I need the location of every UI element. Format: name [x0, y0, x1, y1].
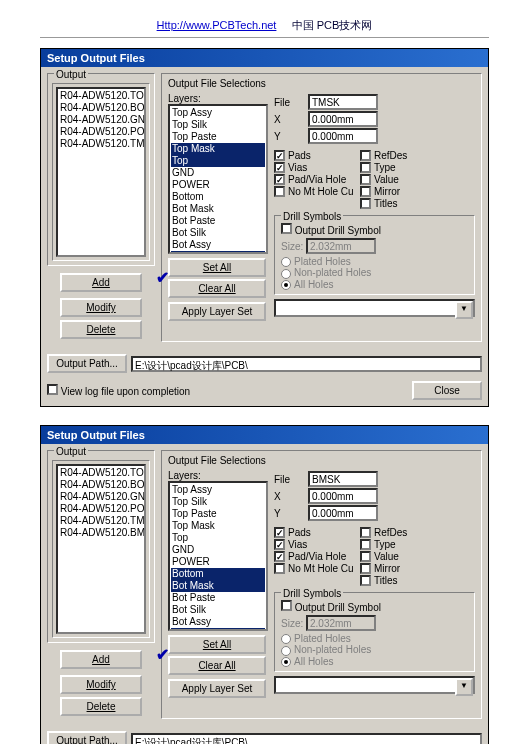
type-checkbox[interactable] — [360, 539, 371, 550]
layer-list-item[interactable]: Bot Assy — [171, 239, 265, 251]
layer-list-item[interactable]: Top Assy — [171, 107, 265, 119]
layer-set-combo[interactable] — [274, 676, 475, 694]
pads-checkbox[interactable] — [274, 527, 285, 538]
pads-label: Pads — [288, 150, 360, 161]
padvia-label: Pad/Via Hole — [288, 174, 360, 185]
output-list-item[interactable]: R04-ADW5120.POWER — [59, 126, 143, 138]
close-button[interactable]: Close — [412, 381, 482, 400]
layer-list-item[interactable]: Bot Silk — [171, 604, 265, 616]
nomnt-checkbox[interactable] — [274, 563, 285, 574]
output-path-button[interactable]: Output Path... — [47, 731, 127, 744]
clear-all-button[interactable]: Clear All — [168, 656, 266, 675]
clear-all-button[interactable]: Clear All — [168, 279, 266, 298]
output-listbox[interactable]: R04-ADW5120.TOPR04-ADW5120.BOTR04-ADW512… — [56, 87, 146, 257]
value-checkbox[interactable] — [360, 174, 371, 185]
output-list-item[interactable]: R04-ADW5120.TOP — [59, 467, 143, 479]
output-drill-symbol-checkbox[interactable] — [281, 223, 292, 234]
layers-listbox[interactable]: Top AssyTop SilkTop PasteTop MaskTopGNDP… — [168, 104, 268, 254]
layer-list-item[interactable]: Bot Mask — [171, 580, 265, 592]
set-all-button[interactable]: Set All — [168, 258, 266, 277]
vias-checkbox[interactable] — [274, 162, 285, 173]
modify-button[interactable]: Modify — [60, 675, 142, 694]
output-path-button[interactable]: Output Path... — [47, 354, 127, 373]
layer-list-item[interactable]: Board — [171, 628, 265, 631]
nomnt-checkbox[interactable] — [274, 186, 285, 197]
layer-list-item[interactable]: Top Silk — [171, 496, 265, 508]
output-path-input[interactable]: E:\设计\pcad设计库\PCB\ — [131, 733, 482, 745]
dialog-titlebar: Setup Output Files — [41, 426, 488, 444]
plated-holes-radio — [281, 634, 291, 644]
delete-button[interactable]: Delete — [60, 697, 142, 716]
value-checkbox[interactable] — [360, 551, 371, 562]
vias-checkbox[interactable] — [274, 539, 285, 550]
output-list-item[interactable]: R04-ADW5120.TMSK — [59, 515, 143, 527]
layer-list-item[interactable]: Top Assy — [171, 484, 265, 496]
output-listbox[interactable]: R04-ADW5120.TOPR04-ADW5120.BOTR04-ADW512… — [56, 464, 146, 634]
layer-list-item[interactable]: GND — [171, 544, 265, 556]
mirror-checkbox[interactable] — [360, 186, 371, 197]
layer-list-item[interactable]: Bot Silk — [171, 227, 265, 239]
layer-list-item[interactable]: Top Mask — [171, 520, 265, 532]
dialog-titlebar: Setup Output Files — [41, 49, 488, 67]
header-link[interactable]: Http://www.PCBTech.net — [157, 19, 277, 31]
layer-list-item[interactable]: Bottom — [171, 568, 265, 580]
pads-checkbox[interactable] — [274, 150, 285, 161]
layer-list-item[interactable]: Top — [171, 532, 265, 544]
apply-layer-set-button[interactable]: Apply Layer Set — [168, 679, 266, 698]
output-list-item[interactable]: R04-ADW5120.BMSK — [59, 527, 143, 539]
set-all-button[interactable]: Set All — [168, 635, 266, 654]
layer-list-item[interactable]: Bot Paste — [171, 215, 265, 227]
drill-symbols-title: Drill Symbols — [281, 588, 343, 599]
layer-list-item[interactable]: Bot Mask — [171, 203, 265, 215]
layer-list-item[interactable]: Top Paste — [171, 131, 265, 143]
output-list-item[interactable]: R04-ADW5120.TOP — [59, 90, 143, 102]
mirror-label: Mirror — [374, 563, 422, 574]
layers-listbox[interactable]: Top AssyTop SilkTop PasteTop MaskTopGNDP… — [168, 481, 268, 631]
layer-list-item[interactable]: Board — [171, 251, 265, 254]
layer-list-item[interactable]: Top Mask — [171, 143, 265, 155]
file-input[interactable]: BMSK — [308, 471, 378, 487]
value-label: Value — [374, 174, 422, 185]
layer-list-item[interactable]: Top — [171, 155, 265, 167]
refdes-checkbox[interactable] — [360, 527, 371, 538]
refdes-checkbox[interactable] — [360, 150, 371, 161]
layer-list-item[interactable]: Bot Assy — [171, 616, 265, 628]
x-offset-input[interactable]: 0.000mm — [308, 488, 378, 504]
y-offset-input[interactable]: 0.000mm — [308, 505, 378, 521]
type-checkbox[interactable] — [360, 162, 371, 173]
delete-button[interactable]: Delete — [60, 320, 142, 339]
layer-list-item[interactable]: Top Paste — [171, 508, 265, 520]
layer-list-item[interactable]: Bottom — [171, 191, 265, 203]
header-site-title: 中国 PCB技术网 — [292, 19, 373, 31]
apply-layer-set-button[interactable]: Apply Layer Set — [168, 302, 266, 321]
padvia-checkbox[interactable] — [274, 174, 285, 185]
layer-list-item[interactable]: POWER — [171, 556, 265, 568]
add-button[interactable]: Add — [60, 650, 142, 669]
output-list-item[interactable]: R04-ADW5120.POWER — [59, 503, 143, 515]
titles-checkbox[interactable] — [360, 575, 371, 586]
view-log-checkbox[interactable] — [47, 384, 58, 395]
vias-label: Vias — [288, 162, 360, 173]
output-path-input[interactable]: E:\设计\pcad设计库\PCB\ — [131, 356, 482, 372]
titles-label: Titles — [374, 575, 422, 586]
output-list-item[interactable]: R04-ADW5120.TMSK — [59, 138, 143, 150]
output-list-item[interactable]: R04-ADW5120.GND — [59, 491, 143, 503]
layer-list-item[interactable]: Bot Paste — [171, 592, 265, 604]
refdes-label: RefDes — [374, 527, 422, 538]
layer-list-item[interactable]: Top Silk — [171, 119, 265, 131]
output-drill-symbol-checkbox[interactable] — [281, 600, 292, 611]
output-list-item[interactable]: R04-ADW5120.BOT — [59, 479, 143, 491]
layer-list-item[interactable]: POWER — [171, 179, 265, 191]
layer-list-item[interactable]: GND — [171, 167, 265, 179]
layer-set-combo[interactable] — [274, 299, 475, 317]
mirror-checkbox[interactable] — [360, 563, 371, 574]
output-list-item[interactable]: R04-ADW5120.GND — [59, 114, 143, 126]
y-offset-input[interactable]: 0.000mm — [308, 128, 378, 144]
titles-checkbox[interactable] — [360, 198, 371, 209]
x-offset-input[interactable]: 0.000mm — [308, 111, 378, 127]
padvia-checkbox[interactable] — [274, 551, 285, 562]
file-input[interactable]: TMSK — [308, 94, 378, 110]
output-list-item[interactable]: R04-ADW5120.BOT — [59, 102, 143, 114]
add-button[interactable]: Add — [60, 273, 142, 292]
modify-button[interactable]: Modify — [60, 298, 142, 317]
